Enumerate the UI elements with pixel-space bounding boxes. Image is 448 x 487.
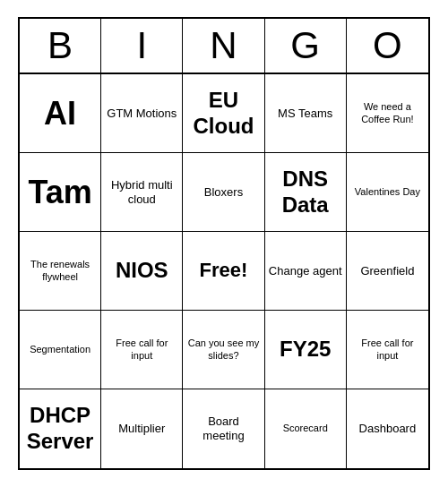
bingo-cell-9: Valentines Day	[347, 153, 428, 232]
bingo-cell-0: AI	[20, 74, 101, 153]
bingo-cell-15: Segmentation	[20, 311, 101, 389]
bingo-cell-24: Dashboard	[347, 389, 428, 468]
bingo-header-i: I	[101, 19, 183, 73]
bingo-cell-3: MS Teams	[265, 74, 347, 153]
bingo-cell-22: Board meeting	[183, 389, 264, 468]
bingo-cell-23: Scorecard	[265, 389, 347, 468]
bingo-cell-12: Free!	[183, 232, 264, 311]
bingo-grid: AIGTM MotionsEU CloudMS TeamsWe need a C…	[20, 74, 428, 468]
bingo-header-b: B	[20, 19, 101, 73]
bingo-cell-21: Multiplier	[101, 389, 183, 468]
bingo-cell-7: Bloxers	[183, 153, 264, 232]
bingo-cell-5: Tam	[20, 153, 101, 232]
bingo-header-n: N	[183, 19, 264, 73]
bingo-cell-18: FY25	[265, 311, 347, 389]
bingo-header-g: G	[265, 19, 347, 73]
bingo-cell-14: Greenfield	[347, 232, 428, 311]
bingo-cell-8: DNS Data	[265, 153, 347, 232]
bingo-cell-10: The renewals flywheel	[20, 232, 101, 311]
bingo-cell-20: DHCP Server	[20, 389, 101, 468]
bingo-card: BINGO AIGTM MotionsEU CloudMS TeamsWe ne…	[18, 17, 430, 470]
bingo-cell-19: Free call for input	[347, 311, 428, 389]
bingo-cell-13: Change agent	[265, 232, 347, 311]
bingo-cell-6: Hybrid multi cloud	[101, 153, 183, 232]
bingo-cell-4: We need a Coffee Run!	[347, 74, 428, 153]
bingo-cell-2: EU Cloud	[183, 74, 264, 153]
bingo-cell-1: GTM Motions	[101, 74, 183, 153]
bingo-cell-17: Can you see my slides?	[183, 311, 264, 389]
bingo-cell-16: Free call for input	[101, 311, 183, 389]
bingo-header-o: O	[347, 19, 428, 73]
bingo-header: BINGO	[20, 19, 428, 74]
bingo-cell-11: NIOS	[101, 232, 183, 311]
